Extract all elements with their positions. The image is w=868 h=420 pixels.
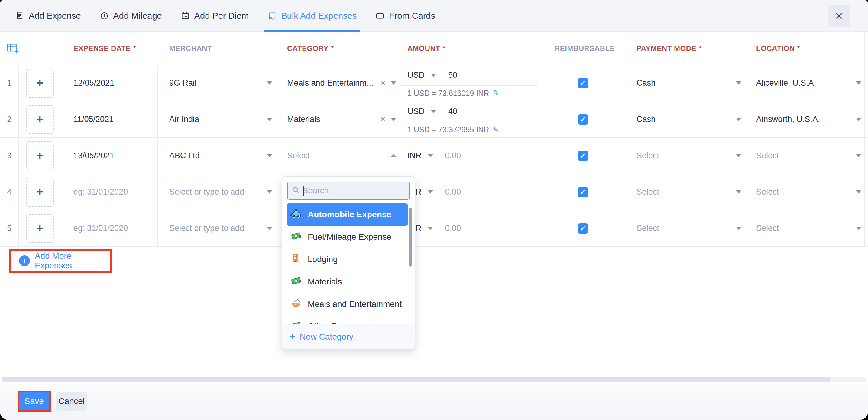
expense-date-field[interactable]: 11/05/2021 xyxy=(61,101,158,138)
chevron-down-icon xyxy=(736,81,741,85)
amount-input[interactable]: 0.00 xyxy=(445,224,461,233)
category-dropdown-panel: Automobile Expense Fuel/Mileage Expense … xyxy=(282,176,415,349)
tab-bulk-add-expenses[interactable]: Bulk Add Expenses xyxy=(268,0,356,32)
payment-mode-select[interactable]: Select xyxy=(628,138,749,174)
chevron-down-icon xyxy=(736,118,741,121)
payment-mode-select[interactable]: Cash xyxy=(628,65,749,101)
currency-select[interactable]: USD xyxy=(407,71,425,80)
cancel-button[interactable]: Cancel xyxy=(56,392,87,411)
reimbursable-checkbox[interactable]: ✓ xyxy=(578,223,588,233)
horizontal-scrollbar[interactable] xyxy=(2,377,866,382)
new-category-button[interactable]: + New Category xyxy=(282,324,415,349)
tab-add-per-diem[interactable]: Add Per Diem xyxy=(181,0,249,32)
location-select[interactable]: Select xyxy=(749,174,868,210)
row-number: 4 xyxy=(0,174,19,210)
amount-input[interactable]: 0.00 xyxy=(445,151,461,160)
category-select-open[interactable]: Select xyxy=(278,138,400,174)
amount-input[interactable]: 0.00 xyxy=(445,187,461,197)
tab-bar: Add Expense Add Mileage Add Per Diem Bul… xyxy=(0,0,868,32)
currency-select[interactable]: INR xyxy=(407,151,422,160)
attach-receipt-button[interactable]: + xyxy=(26,141,54,170)
reimbursable-checkbox[interactable]: ✓ xyxy=(578,114,588,125)
expense-date-field[interactable]: eg: 31/01/2020 xyxy=(61,210,158,247)
expense-date-field[interactable]: 12/05/2021 xyxy=(61,65,158,101)
attach-receipt-button[interactable]: + xyxy=(26,178,54,207)
amount-cell: INR0.00 xyxy=(400,174,538,210)
currency-select[interactable]: USD xyxy=(407,107,425,116)
tab-add-mileage[interactable]: Add Mileage xyxy=(100,0,162,32)
category-option-materials[interactable]: Materials xyxy=(286,271,408,293)
chevron-down-icon xyxy=(391,81,396,85)
merchant-select[interactable]: ABC Ltd - xyxy=(158,138,278,174)
add-more-expenses-annotation: + Add More Expenses xyxy=(9,249,112,273)
attach-receipt-button[interactable]: + xyxy=(26,69,54,98)
location-select[interactable]: Select xyxy=(749,138,868,174)
category-option-meals[interactable]: Meals and Entertainment xyxy=(286,293,408,315)
payment-mode-select[interactable]: Select xyxy=(628,210,749,247)
category-option-automobile[interactable]: Automobile Expense xyxy=(286,203,408,226)
attach-receipt-cell: + xyxy=(19,65,61,101)
payment-mode-select[interactable]: Cash xyxy=(628,101,749,138)
chevron-up-icon xyxy=(391,154,396,157)
reimbursable-cell: ✓ xyxy=(538,210,628,247)
add-column-icon[interactable] xyxy=(0,32,19,65)
location-select[interactable]: Ainsworth, U.S.A. xyxy=(749,101,868,138)
merchant-select[interactable]: Air India xyxy=(158,101,278,138)
search-input[interactable] xyxy=(303,186,409,195)
clear-icon[interactable]: ✕ xyxy=(380,79,386,87)
expense-date-field[interactable]: 13/05/2021 xyxy=(61,138,158,174)
category-select[interactable]: Meals and Entertainm...✕ xyxy=(278,65,400,101)
chevron-down-icon xyxy=(428,190,433,194)
expenses-table: EXPENSE DATE* MERCHANT CATEGORY* AMOUNT*… xyxy=(0,32,868,247)
chevron-down-icon xyxy=(267,227,272,230)
location-select[interactable]: Select xyxy=(749,210,868,247)
tab-from-cards[interactable]: From Cards xyxy=(375,0,435,32)
expense-date-field[interactable]: eg: 31/01/2020 xyxy=(61,174,158,210)
category-option-fuel-mileage[interactable]: Fuel/Mileage Expense xyxy=(286,226,408,248)
table-row: 4 + eg: 31/01/2020 Select or type to add… xyxy=(0,174,868,210)
close-icon[interactable]: ✕ xyxy=(828,5,850,27)
merchant-select[interactable]: Select or type to add xyxy=(158,174,278,210)
footer-bar xyxy=(0,384,868,420)
merchant-select[interactable]: Select or type to add xyxy=(158,210,278,247)
category-search[interactable] xyxy=(287,181,410,200)
amount-input[interactable]: 50 xyxy=(448,71,457,80)
banknote-icon xyxy=(290,230,302,244)
chevron-down-icon xyxy=(267,154,272,157)
attach-receipt-button[interactable]: + xyxy=(26,105,54,134)
exchange-rate-text: 1 USD = 73.372955 INR xyxy=(407,125,489,134)
category-option-lodging[interactable]: Lodging xyxy=(286,248,408,271)
location-select[interactable]: Aliceville, U.S.A. xyxy=(749,65,868,101)
attach-receipt-cell: + xyxy=(19,101,61,138)
reimbursable-checkbox[interactable]: ✓ xyxy=(578,187,588,197)
chevron-down-icon xyxy=(736,190,741,194)
attach-receipt-button[interactable]: + xyxy=(26,214,54,243)
header-location: LOCATION* xyxy=(749,32,868,65)
horizontal-scrollbar-thumb[interactable] xyxy=(2,377,831,382)
header-spacer xyxy=(19,32,61,65)
reimbursable-checkbox[interactable]: ✓ xyxy=(578,151,588,161)
amount-input[interactable]: 40 xyxy=(448,107,457,116)
category-select[interactable]: Materials✕ xyxy=(278,101,400,138)
attach-receipt-cell: + xyxy=(19,138,61,174)
tab-add-expense[interactable]: Add Expense xyxy=(15,0,81,32)
edit-pencil-icon[interactable]: ✎ xyxy=(493,125,499,134)
amount-cell: USD40 1 USD = 73.372955 INR✎ xyxy=(400,101,538,138)
add-more-expenses-button[interactable]: Add More Expenses xyxy=(35,251,110,271)
category-option-other[interactable]: Other Expense xyxy=(286,315,408,325)
amount-cell: INR0.00 xyxy=(400,210,538,247)
payment-mode-select[interactable]: Select xyxy=(628,174,749,210)
clear-icon[interactable]: ✕ xyxy=(380,115,386,124)
dropdown-scrollbar[interactable] xyxy=(409,207,412,267)
calendar-icon xyxy=(181,11,190,20)
tab-label: From Cards xyxy=(389,11,435,21)
row-number: 3 xyxy=(0,138,19,174)
tab-label: Add Expense xyxy=(29,11,81,21)
reimbursable-checkbox[interactable]: ✓ xyxy=(578,78,588,88)
save-button[interactable]: Save xyxy=(19,392,49,410)
table-row: 3 + 13/05/2021 ABC Ltd - Select INR0.00 … xyxy=(0,138,868,174)
merchant-select[interactable]: 9G Rail xyxy=(158,65,278,101)
plus-circle-icon: + xyxy=(19,255,30,266)
table-row: 2 + 11/05/2021 Air India Materials✕ USD4… xyxy=(0,101,868,138)
edit-pencil-icon[interactable]: ✎ xyxy=(493,89,499,98)
